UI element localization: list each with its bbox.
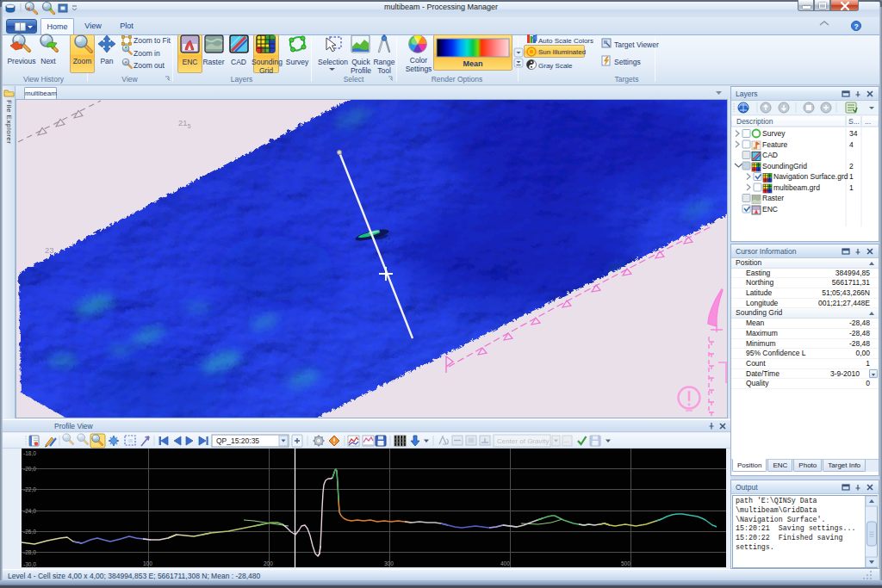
svg-text:1: 1 (849, 183, 854, 192)
svg-text:QP_15:20:35: QP_15:20:35 (216, 436, 259, 445)
svg-text:Raster: Raster (762, 194, 784, 202)
svg-text:Navigation Surface.grd: Navigation Surface.grd (773, 172, 848, 181)
svg-text:200: 200 (264, 560, 273, 566)
svg-text:multibeam.grd: multibeam.grd (773, 183, 820, 192)
svg-text:-20,0: -20,0 (23, 466, 36, 472)
svg-text:23: 23 (45, 245, 54, 255)
svg-text:1: 1 (849, 172, 854, 181)
svg-text:-18,0: -18,0 (23, 450, 36, 456)
svg-text:ENC: ENC (762, 205, 778, 214)
svg-text:Survey: Survey (762, 129, 786, 138)
svg-text:-22,0: -22,0 (23, 486, 36, 492)
svg-text:2: 2 (849, 162, 854, 170)
svg-text:Center of Gravity: Center of Gravity (497, 437, 549, 445)
svg-text:...: ... (865, 117, 871, 126)
svg-text:4: 4 (849, 140, 854, 149)
svg-text:-28,0: -28,0 (23, 549, 36, 555)
svg-text:?: ? (854, 22, 858, 31)
svg-text:-26,0: -26,0 (23, 529, 36, 535)
svg-text:500: 500 (621, 560, 630, 566)
svg-text:300: 300 (384, 560, 394, 566)
svg-text:SoundingGrid: SoundingGrid (762, 162, 807, 170)
svg-text:...: ... (564, 437, 569, 443)
svg-text:CAD: CAD (762, 151, 778, 159)
svg-text:-24,0: -24,0 (23, 508, 36, 514)
svg-text:34: 34 (849, 129, 858, 138)
svg-text:100: 100 (143, 560, 152, 566)
svg-text:Feature: Feature (762, 140, 788, 149)
svg-text:-30,0: -30,0 (23, 561, 36, 567)
svg-text:Description: Description (736, 117, 773, 126)
svg-text:400: 400 (500, 560, 510, 566)
svg-text:S...: S... (848, 117, 860, 126)
